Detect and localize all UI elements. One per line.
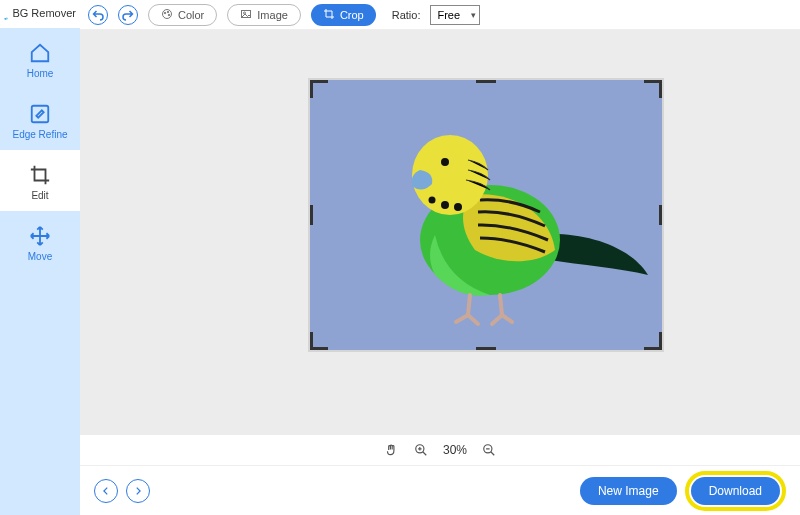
sidebar-item-label: Edit	[31, 190, 48, 201]
canvas-area[interactable]: 30%	[80, 30, 800, 465]
color-button[interactable]: Color	[148, 4, 217, 26]
download-label: Download	[709, 484, 762, 498]
subject-image	[350, 100, 650, 340]
toolbar: Color Image Crop Ratio: Free	[80, 0, 800, 30]
svg-point-14	[441, 158, 449, 166]
zoom-out-icon[interactable]	[481, 442, 497, 458]
download-button[interactable]: Download	[691, 477, 780, 505]
zoom-value: 30%	[443, 443, 467, 457]
svg-point-5	[167, 11, 169, 13]
crop-handle-rm[interactable]	[659, 205, 662, 225]
brand-name: BG Remover	[12, 7, 76, 19]
image-button[interactable]: Image	[227, 4, 301, 26]
crop-handle-tr[interactable]	[644, 80, 662, 98]
crop-handle-tl[interactable]	[310, 80, 328, 98]
ratio-label: Ratio:	[392, 9, 421, 21]
svg-point-4	[164, 12, 166, 14]
crop-handle-lm[interactable]	[310, 205, 313, 225]
crop-edit-icon	[29, 164, 51, 186]
ratio-value: Free	[437, 9, 460, 21]
sidebar-item-edge-refine[interactable]: Edge Refine	[0, 89, 80, 150]
palette-icon	[161, 8, 173, 22]
edge-refine-icon	[29, 103, 51, 125]
new-image-button[interactable]: New Image	[580, 477, 677, 505]
bottom-bar: New Image Download	[80, 465, 800, 515]
image-button-label: Image	[257, 9, 288, 21]
crop-handle-tm[interactable]	[476, 80, 496, 83]
svg-rect-2	[32, 106, 49, 123]
sidebar-item-home[interactable]: Home	[0, 28, 80, 89]
next-button[interactable]	[126, 479, 150, 503]
svg-point-11	[441, 201, 449, 209]
sidebar-item-label: Edge Refine	[12, 129, 67, 140]
svg-point-12	[454, 203, 462, 211]
redo-button[interactable]	[118, 5, 138, 25]
undo-button[interactable]	[88, 5, 108, 25]
move-icon	[29, 225, 51, 247]
sidebar: BG Remover Home Edge Refine Edit Move	[0, 0, 80, 515]
app-logo-icon	[4, 6, 8, 20]
app-root: BG Remover Home Edge Refine Edit Move	[0, 0, 800, 515]
new-image-label: New Image	[598, 484, 659, 498]
zoom-in-icon[interactable]	[413, 442, 429, 458]
sidebar-item-label: Home	[27, 68, 54, 79]
svg-point-1	[6, 17, 8, 19]
color-button-label: Color	[178, 9, 204, 21]
crop-handle-br[interactable]	[644, 332, 662, 350]
image-icon	[240, 8, 252, 22]
crop-frame[interactable]	[310, 80, 662, 350]
crop-icon	[323, 8, 335, 22]
crop-button-label: Crop	[340, 9, 364, 21]
zoom-bar: 30%	[80, 435, 800, 465]
prev-button[interactable]	[94, 479, 118, 503]
brand: BG Remover	[0, 0, 80, 28]
svg-point-13	[429, 197, 436, 204]
main-column: Color Image Crop Ratio: Free	[80, 0, 800, 515]
home-icon	[29, 42, 51, 64]
crop-button[interactable]: Crop	[311, 4, 376, 26]
sidebar-item-edit[interactable]: Edit	[0, 150, 80, 211]
svg-point-3	[163, 9, 172, 18]
download-highlight: Download	[685, 471, 786, 511]
pan-hand-icon[interactable]	[383, 442, 399, 458]
ratio-select[interactable]: Free	[430, 5, 480, 25]
crop-handle-bm[interactable]	[476, 347, 496, 350]
sidebar-item-label: Move	[28, 251, 52, 262]
svg-point-6	[168, 14, 170, 16]
crop-handle-bl[interactable]	[310, 332, 328, 350]
sidebar-item-move[interactable]: Move	[0, 211, 80, 272]
